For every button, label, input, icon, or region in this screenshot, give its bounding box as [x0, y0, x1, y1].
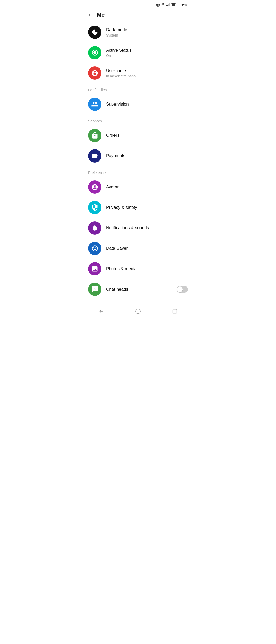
section-label-services: Services [83, 114, 193, 125]
chatheads-title: Chat heads [106, 286, 177, 292]
svg-rect-3 [157, 4, 159, 6]
svg-point-12 [94, 185, 96, 186]
page-header: ← Me [83, 9, 193, 22]
nav-home-button[interactable] [130, 307, 146, 317]
svg-point-13 [94, 289, 95, 290]
menu-item-dark-mode[interactable]: Dark mode System [83, 22, 193, 42]
menu-item-privacy[interactable]: Privacy & safety [83, 197, 193, 218]
datasaver-icon [88, 242, 101, 255]
menu-item-orders[interactable]: Orders [83, 125, 193, 146]
orders-icon [88, 129, 101, 142]
svg-rect-17 [173, 309, 177, 313]
privacy-icon [88, 201, 101, 214]
svg-rect-10 [176, 4, 176, 5]
bottom-navigation [83, 304, 193, 321]
svg-rect-1 [159, 4, 160, 6]
menu-item-username[interactable]: Username m.me/electra.nanou [83, 63, 193, 83]
avatar-title: Avatar [106, 184, 188, 190]
menu-item-notifications[interactable]: Notifications & sounds [83, 218, 193, 238]
menu-item-photos[interactable]: Photos & media [83, 259, 193, 279]
section-label-preferences: Preferences [83, 166, 193, 177]
dark-mode-icon [88, 26, 101, 39]
active-status-subtitle: On [106, 54, 188, 58]
dark-mode-subtitle: System [106, 33, 188, 37]
datasaver-title: Data Saver [106, 246, 188, 251]
dark-mode-title: Dark mode [106, 27, 188, 33]
menu-item-datasaver[interactable]: Data Saver [83, 238, 193, 259]
active-status-title: Active Status [106, 48, 188, 53]
nav-recents-button[interactable] [167, 308, 182, 316]
svg-rect-6 [168, 4, 169, 6]
username-icon [88, 66, 101, 80]
svg-point-15 [95, 289, 96, 290]
photos-icon [88, 262, 101, 275]
svg-rect-4 [166, 5, 167, 6]
payments-icon [88, 149, 101, 163]
svg-rect-7 [169, 3, 170, 6]
time-display: 10:18 [179, 3, 188, 7]
payments-title: Payments [106, 153, 188, 159]
supervision-title: Supervision [106, 101, 188, 107]
username-title: Username [106, 68, 188, 74]
wifi-icon [161, 3, 165, 7]
svg-rect-9 [172, 4, 175, 6]
chatheads-icon [88, 283, 101, 296]
svg-rect-5 [167, 5, 168, 6]
nav-back-button[interactable] [94, 308, 109, 316]
menu-item-avatar[interactable]: Avatar [83, 177, 193, 197]
signal-icon [166, 3, 170, 7]
battery-icon [171, 3, 176, 7]
orders-title: Orders [106, 133, 188, 138]
menu-item-payments[interactable]: Payments [83, 146, 193, 166]
notifications-icon [88, 221, 101, 235]
menu-item-chatheads[interactable]: Chat heads [83, 279, 193, 300]
notifications-title: Notifications & sounds [106, 225, 188, 231]
vibrate-icon [156, 3, 160, 7]
menu-item-supervision[interactable]: Supervision [83, 94, 193, 114]
active-status-icon [88, 46, 101, 59]
supervision-icon [88, 98, 101, 111]
back-button[interactable]: ← [88, 12, 93, 18]
privacy-title: Privacy & safety [106, 205, 188, 210]
avatar-icon [88, 180, 101, 194]
photos-title: Photos & media [106, 266, 188, 272]
section-label-families: For families [83, 83, 193, 94]
svg-rect-0 [156, 4, 157, 6]
svg-point-16 [136, 309, 140, 314]
status-bar: 10:18 [83, 0, 193, 9]
username-subtitle: m.me/electra.nanou [106, 74, 188, 78]
svg-point-14 [94, 288, 95, 289]
chatheads-toggle[interactable] [177, 286, 188, 293]
page-title: Me [97, 12, 105, 18]
menu-item-active-status[interactable]: Active Status On [83, 42, 193, 63]
